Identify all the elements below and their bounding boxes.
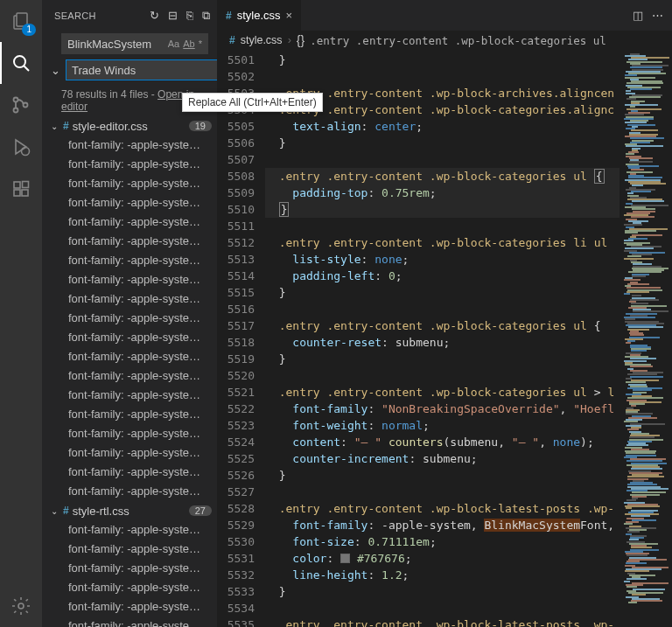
result-match-row[interactable]: font-family: -apple-syste… xyxy=(42,559,217,578)
explorer-badge: 1 xyxy=(22,24,36,36)
tab-bar: # style.css × ◫ ⋯ xyxy=(217,0,672,31)
result-match-row[interactable]: font-family: -apple-syste… xyxy=(42,463,217,482)
svg-point-12 xyxy=(18,603,24,609)
code-content[interactable]: } .entry .entry-content .wp-block-archiv… xyxy=(265,50,620,627)
replace-input[interactable]: AB xyxy=(66,59,217,80)
file-name: style-editor.css xyxy=(73,120,186,133)
close-icon[interactable]: × xyxy=(286,9,293,22)
result-match-row[interactable]: font-family: -apple-syste… xyxy=(42,366,217,386)
css-file-icon: # xyxy=(226,10,232,22)
activity-bar: 1 xyxy=(0,0,42,627)
search-value: BlinkMacSystem xyxy=(67,38,164,51)
chevron-down-icon: ⌄ xyxy=(51,506,60,516)
brackets-icon: {} xyxy=(297,33,304,47)
svg-rect-8 xyxy=(14,182,20,188)
breadcrumb[interactable]: # style.css › {} .entry .entry-content .… xyxy=(217,31,672,50)
result-match-row[interactable]: font-family: -apple-syste… xyxy=(42,270,217,289)
result-match-row[interactable]: font-family: -apple-syste… xyxy=(42,386,217,405)
match-count: 19 xyxy=(189,121,212,131)
result-match-row[interactable]: font-family: -apple-syste… xyxy=(42,347,217,366)
newfile-icon[interactable]: ⎘ xyxy=(186,9,193,23)
more-icon[interactable]: ⋯ xyxy=(652,9,663,22)
css-file-icon: # xyxy=(229,34,235,46)
replace-field[interactable] xyxy=(72,64,217,77)
css-file-icon: # xyxy=(63,120,69,132)
svg-point-4 xyxy=(14,108,18,113)
tab-style-css[interactable]: # style.css × xyxy=(217,0,301,31)
result-match-row[interactable]: font-family: -apple-syste… xyxy=(42,232,217,251)
scm-button[interactable] xyxy=(0,84,42,126)
result-match-row[interactable]: font-family: -apple-syste… xyxy=(42,212,217,232)
result-match-row[interactable]: font-family: -apple-syste… xyxy=(42,597,217,617)
refresh-icon[interactable]: ↻ xyxy=(150,9,159,23)
svg-line-2 xyxy=(24,66,29,71)
result-match-row[interactable]: font-family: -apple-syste… xyxy=(42,155,217,174)
split-editor-icon[interactable]: ◫ xyxy=(633,9,643,22)
svg-rect-11 xyxy=(23,182,29,188)
result-match-row[interactable]: font-family: -apple-syste… xyxy=(42,405,217,424)
case-toggle[interactable]: Aa xyxy=(168,38,179,49)
result-match-row[interactable]: font-family: -apple-syste… xyxy=(42,174,217,193)
line-numbers: 5501550255035504550555065507550855095510… xyxy=(217,50,265,627)
result-match-row[interactable]: font-family: -apple-syste… xyxy=(42,251,217,270)
file-name: style-rtl.css xyxy=(73,505,186,518)
result-match-row[interactable]: font-family: -apple-syste… xyxy=(42,540,217,559)
sidebar-header: SEARCH ↻ ⊟ ⎘ ⧉ xyxy=(42,0,217,31)
extensions-button[interactable] xyxy=(0,168,42,210)
result-match-row[interactable]: font-family: -apple-syste… xyxy=(42,578,217,597)
clear-icon[interactable]: ⊟ xyxy=(168,9,178,23)
result-match-row[interactable]: font-family: -apple-syste… xyxy=(42,520,217,540)
breadcrumb-file: style.css xyxy=(241,34,283,46)
search-input[interactable]: BlinkMacSystem Aa Ab * xyxy=(61,33,208,54)
settings-button[interactable] xyxy=(0,585,42,627)
result-match-row[interactable]: font-family: -apple-syste… xyxy=(42,443,217,463)
svg-point-3 xyxy=(14,98,18,102)
minimap[interactable] xyxy=(620,50,672,627)
sidebar-title: SEARCH xyxy=(54,10,150,21)
svg-point-1 xyxy=(14,56,25,67)
result-match-row[interactable]: font-family: -apple-syste… xyxy=(42,136,217,155)
css-file-icon: # xyxy=(63,505,69,517)
replace-all-tooltip: Replace All (Ctrl+Alt+Enter) xyxy=(182,93,323,112)
result-match-row[interactable]: font-family: -apple-syste… xyxy=(42,328,217,347)
explorer-button[interactable]: 1 xyxy=(0,0,42,42)
svg-point-7 xyxy=(22,148,30,156)
tab-label: style.css xyxy=(237,9,281,22)
result-file-row[interactable]: ⌄#style-rtl.css27 xyxy=(42,501,217,520)
svg-rect-9 xyxy=(14,190,20,196)
result-match-row[interactable]: font-family: -apple-syste… xyxy=(42,193,217,212)
debug-button[interactable] xyxy=(0,126,42,168)
result-match-row[interactable]: font-family: -apple-syste… xyxy=(42,309,217,328)
match-count: 27 xyxy=(189,505,212,516)
result-match-row[interactable]: font-family: -apple-syste… xyxy=(42,482,217,501)
regex-toggle[interactable]: * xyxy=(199,38,202,49)
collapse-icon[interactable]: ⧉ xyxy=(202,9,210,23)
toggle-replace-icon[interactable]: ⌄ xyxy=(51,64,60,77)
result-match-row[interactable]: font-family: -apple-syste… xyxy=(42,424,217,443)
search-button[interactable] xyxy=(0,42,42,84)
word-toggle[interactable]: Ab xyxy=(183,38,194,49)
results-tree: ⌄#style-editor.css19font-family: -apple-… xyxy=(42,116,217,627)
breadcrumb-selector: .entry .entry-content .wp-block-categori… xyxy=(310,34,606,47)
svg-rect-10 xyxy=(22,190,28,196)
result-match-row[interactable]: font-family: -apple-syste… xyxy=(42,617,217,627)
chevron-down-icon: ⌄ xyxy=(51,122,60,131)
result-file-row[interactable]: ⌄#style-editor.css19 xyxy=(42,116,217,136)
result-match-row[interactable]: font-family: -apple-syste… xyxy=(42,289,217,309)
